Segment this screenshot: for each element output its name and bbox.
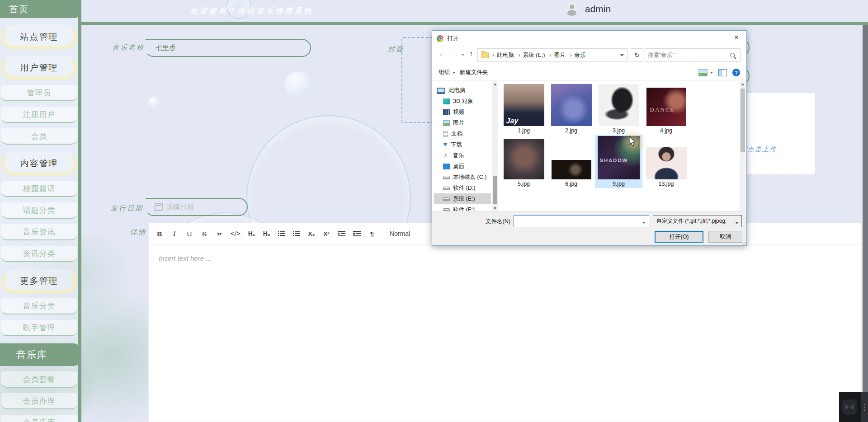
file-item[interactable]: DANCE4.jpg — [642, 81, 690, 135]
help-icon[interactable]: ? — [732, 69, 740, 76]
filename-input[interactable] — [514, 218, 649, 225]
editor-toolbar-button[interactable]: </> — [231, 228, 241, 239]
editor-toolbar-button[interactable]: ¶ — [368, 228, 376, 239]
editor-toolbar-button[interactable]: H₁ — [248, 228, 255, 239]
tree-item[interactable]: 此电脑 — [434, 85, 491, 96]
extension-overlay[interactable] — [839, 392, 868, 422]
editor-toolbar-button[interactable]: Normal — [390, 228, 410, 239]
new-folder-button[interactable]: 新建文件夹 — [460, 69, 488, 76]
sidebar-item[interactable]: 音乐库 — [0, 343, 81, 366]
sidebar-item[interactable]: 音乐资讯 — [1, 224, 77, 240]
tree-item[interactable]: 3D 对象 — [434, 96, 491, 107]
editor-toolbar-button[interactable] — [338, 231, 345, 236]
file-thumbnail — [599, 84, 639, 126]
sidebar-item[interactable]: 内容管理 — [2, 152, 76, 175]
address-bar[interactable]: 此电脑系统 (E:)图片音乐 — [477, 48, 628, 62]
close-icon[interactable]: × — [726, 31, 746, 44]
sidebar-item[interactable]: 更多管理 — [2, 269, 76, 293]
tree-item[interactable]: 视频 — [434, 107, 491, 117]
bubble-decoration — [285, 71, 312, 98]
sidebar-item[interactable]: 校园超话 — [1, 181, 77, 197]
filename-field[interactable] — [514, 215, 649, 227]
editor-toolbar-button[interactable]: I — [171, 228, 178, 239]
tree-item[interactable]: 文档 — [434, 128, 491, 139]
sidebar-item[interactable]: 首页 — [0, 0, 81, 18]
tree-item[interactable]: 下载 — [434, 139, 491, 150]
tree-item[interactable]: 软件 (F:) — [434, 204, 491, 211]
organize-button[interactable]: 组织 — [439, 69, 455, 76]
file-type-filter[interactable]: 自定义文件 (*.gif;*.jfif;*.pjpeg; — [653, 215, 742, 227]
editor-toolbar-button[interactable]: X² — [323, 228, 330, 239]
up-icon[interactable]: ↑ — [469, 50, 473, 58]
breadcrumb-item[interactable]: 此电脑 — [491, 52, 516, 59]
downloads-icon — [443, 143, 448, 149]
file-item[interactable]: 5.jpg — [500, 135, 547, 188]
editor-toolbar-button[interactable]: S — [201, 228, 208, 239]
forward-icon[interactable]: → — [451, 50, 458, 58]
music-icon — [443, 153, 450, 159]
sidebar-item[interactable]: 注册用户 — [1, 107, 77, 123]
release-date-input[interactable] — [163, 199, 247, 215]
breadcrumb-item[interactable]: 音乐 — [568, 52, 588, 59]
breadcrumb-item[interactable]: 图片 — [547, 52, 567, 59]
editor-toolbar-button[interactable] — [278, 231, 285, 236]
tree-item[interactable]: 软件 (D:) — [434, 183, 491, 193]
preview-pane-icon[interactable] — [718, 69, 727, 76]
editor-toolbar-button[interactable]: B — [156, 228, 163, 239]
tree-item[interactable]: 桌面 — [434, 161, 491, 172]
refresh-button[interactable]: ↻ — [631, 48, 643, 62]
tree-item[interactable]: 本地磁盘 (C:) — [434, 172, 491, 183]
editor-toolbar-button[interactable]: U — [186, 228, 193, 239]
files-scrollbar[interactable] — [740, 81, 745, 211]
editor-toolbar-button[interactable]: ” — [216, 226, 223, 241]
sidebar-item[interactable]: 歌手管理 — [1, 320, 77, 336]
sidebar-item[interactable]: 话题分类 — [1, 202, 77, 219]
editor-content[interactable]: Insert text here ... — [149, 244, 861, 272]
back-icon[interactable]: ← — [439, 50, 446, 58]
tree-item[interactable]: 系统 (E:) — [434, 193, 491, 204]
tree-item[interactable]: 音乐 — [434, 150, 491, 161]
cancel-button[interactable]: 取消 — [708, 231, 742, 243]
file-item[interactable]: 6.jpg — [547, 135, 595, 188]
sidebar-item[interactable]: 资讯分类 — [1, 246, 77, 262]
dialog-titlebar[interactable]: 打开 × — [432, 31, 746, 46]
chevron-down-icon[interactable] — [642, 222, 645, 225]
page-scrollbar[interactable] — [863, 25, 868, 422]
editor-toolbar-button[interactable]: X₂ — [308, 228, 315, 239]
search-input[interactable] — [645, 52, 730, 58]
scroll-up-icon[interactable] — [740, 81, 745, 87]
upload-dropzone[interactable] — [746, 93, 816, 175]
thumbnail-view-button[interactable] — [698, 69, 713, 76]
search-box[interactable] — [645, 48, 741, 62]
breadcrumb-item[interactable]: 系统 (E:) — [517, 52, 547, 59]
sidebar-item[interactable]: 管理员 — [1, 85, 77, 101]
extension-handle[interactable] — [861, 392, 868, 422]
sidebar-item[interactable]: 会员乐库 — [1, 415, 77, 422]
editor-toolbar-button[interactable]: H₂ — [263, 228, 270, 239]
sidebar-item[interactable]: 会员套餐 — [1, 371, 77, 388]
resize-grip[interactable] — [741, 240, 745, 244]
sidebar-item[interactable]: 音乐分类 — [1, 298, 77, 314]
tree-item[interactable]: 图片 — [434, 117, 491, 128]
history-chevron-icon[interactable] — [461, 54, 465, 58]
file-item[interactable]: 2.jpg — [547, 81, 595, 135]
sidebar-item[interactable]: 会员办理 — [1, 393, 77, 409]
media-extension-icon[interactable] — [842, 399, 857, 415]
editor-toolbar-button[interactable] — [293, 231, 300, 236]
editor-toolbar-button[interactable] — [353, 231, 361, 236]
music-name-field[interactable] — [145, 39, 311, 57]
scroll-up-icon[interactable] — [492, 81, 498, 87]
open-button[interactable]: 打开(O) — [655, 231, 703, 243]
release-date-field[interactable] — [145, 198, 248, 216]
music-name-input[interactable] — [146, 40, 310, 56]
tree-scrollbar[interactable] — [492, 81, 498, 211]
sidebar-item[interactable]: 会员 — [1, 128, 77, 145]
file-item[interactable]: 13.jpg — [642, 135, 690, 188]
sidebar-item[interactable]: 用户管理 — [2, 56, 76, 80]
user-chip[interactable]: admin — [565, 2, 611, 16]
file-thumbnail — [504, 139, 544, 179]
file-item[interactable]: 3.jpg — [595, 81, 642, 135]
sidebar-item[interactable]: 站点管理 — [2, 25, 76, 49]
address-chevron-icon[interactable] — [620, 54, 624, 58]
file-item[interactable]: Jay1.jpg — [500, 81, 547, 135]
